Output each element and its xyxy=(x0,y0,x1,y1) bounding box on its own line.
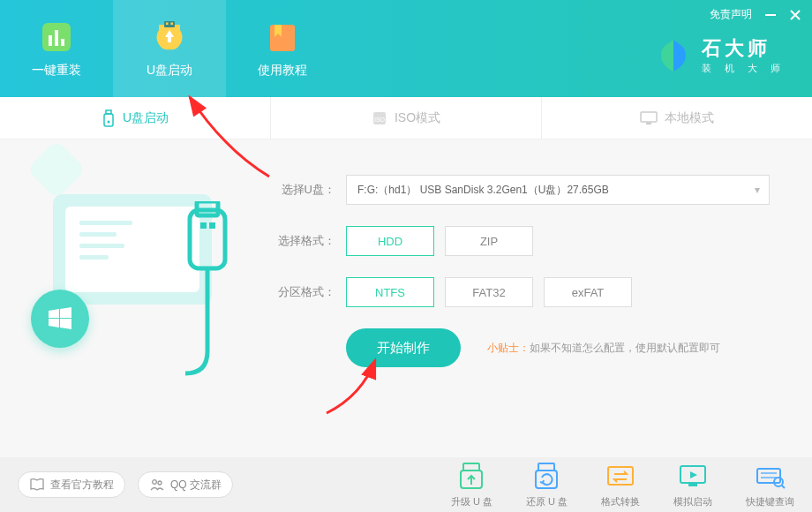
svg-rect-4 xyxy=(164,21,175,27)
tool-bar: 升级 U 盘 还原 U 盘 格式转换 模拟启动 快捷键查询 xyxy=(451,462,794,508)
svg-point-23 xyxy=(158,481,162,485)
tab-usb-boot[interactable]: U盘启动 xyxy=(0,97,271,139)
svg-rect-30 xyxy=(688,484,697,486)
tool-hotkey-search[interactable]: 快捷键查询 xyxy=(746,462,794,508)
tool-format-convert[interactable]: 格式转换 xyxy=(601,462,640,508)
tool-label: 还原 U 盘 xyxy=(526,495,568,508)
svg-rect-1 xyxy=(49,35,52,46)
minimize-button[interactable] xyxy=(764,9,777,21)
link-label: QQ 交流群 xyxy=(170,478,222,493)
svg-rect-6 xyxy=(171,23,174,26)
usb-icon xyxy=(102,109,116,127)
window-controls: 免责声明 xyxy=(710,7,801,22)
svg-rect-26 xyxy=(538,463,554,471)
start-button[interactable]: 开始制作 xyxy=(346,328,461,367)
mode-option-zip[interactable]: ZIP xyxy=(445,226,533,256)
usb-select-label: 选择U盘： xyxy=(274,182,335,198)
nav-reinstall[interactable]: 一键重装 xyxy=(0,0,113,97)
book-open-icon xyxy=(29,477,45,493)
tab-label: 本地模式 xyxy=(665,110,714,126)
tip-label: 小贴士： xyxy=(487,342,530,354)
tool-label: 格式转换 xyxy=(601,495,640,508)
footer: 查看官方教程 QQ 交流群 升级 U 盘 还原 U 盘 格式转换 模拟启动 快捷… xyxy=(0,457,812,512)
svg-rect-7 xyxy=(270,25,295,51)
tip-text: 小贴士：如果不知道怎么配置，使用默认配置即可 xyxy=(487,341,720,356)
config-form: 选择U盘： F:G:（hd1） USB SanDisk 3.2Gen1（U盘）2… xyxy=(265,139,812,457)
svg-point-22 xyxy=(153,480,157,485)
svg-rect-10 xyxy=(765,14,776,16)
svg-rect-11 xyxy=(104,114,113,126)
tab-label: ISO模式 xyxy=(395,110,440,126)
usb-plug-icon xyxy=(177,201,238,434)
tip-body: 如果不知道怎么配置，使用默认配置即可 xyxy=(530,342,720,354)
fs-option-ntfs[interactable]: NTFS xyxy=(346,277,434,307)
hotkey-search-icon xyxy=(756,462,786,492)
tool-label: 升级 U 盘 xyxy=(451,495,492,508)
svg-rect-32 xyxy=(757,469,780,483)
usb-shield-icon xyxy=(151,19,188,56)
simulate-boot-icon xyxy=(678,462,708,492)
link-label: 查看官方教程 xyxy=(50,478,114,493)
iso-icon: ISO xyxy=(372,110,387,126)
tool-upgrade-usb[interactable]: 升级 U 盘 xyxy=(451,462,492,508)
chevron-down-icon: ▾ xyxy=(755,184,760,196)
fs-option-fat32[interactable]: FAT32 xyxy=(445,277,533,307)
disclaimer-link[interactable]: 免责声明 xyxy=(710,7,752,22)
brand-title: 石大师 xyxy=(702,35,786,62)
svg-line-36 xyxy=(782,486,785,488)
usb-up-icon xyxy=(456,462,486,492)
nav-usb-boot[interactable]: U盘启动 xyxy=(113,0,226,97)
bar-chart-icon xyxy=(38,19,75,56)
mode-label: 选择格式： xyxy=(274,233,335,249)
svg-rect-16 xyxy=(641,112,657,122)
svg-rect-2 xyxy=(55,30,58,46)
tool-simulate-boot[interactable]: 模拟启动 xyxy=(673,462,712,508)
book-icon xyxy=(264,19,301,56)
svg-rect-24 xyxy=(463,463,479,471)
fs-option-exfat[interactable]: exFAT xyxy=(544,277,632,307)
usb-select[interactable]: F:G:（hd1） USB SanDisk 3.2Gen1（U盘）27.65GB… xyxy=(346,175,770,205)
qq-group-link[interactable]: QQ 交流群 xyxy=(138,471,233,498)
svg-point-13 xyxy=(107,120,109,123)
svg-rect-28 xyxy=(608,467,633,485)
mode-tabs: U盘启动 ISO ISO模式 本地模式 xyxy=(0,97,812,139)
tool-label: 模拟启动 xyxy=(673,495,712,508)
svg-rect-21 xyxy=(209,222,215,229)
nav-tutorial[interactable]: 使用教程 xyxy=(226,0,339,97)
windows-badge-icon xyxy=(31,290,89,348)
tool-restore-usb[interactable]: 还原 U 盘 xyxy=(526,462,568,508)
nav-label: 使用教程 xyxy=(258,63,307,79)
close-button[interactable] xyxy=(789,9,801,21)
brand-subtitle: 装 机 大 师 xyxy=(702,62,786,75)
svg-rect-18 xyxy=(190,210,225,268)
usb-select-value: F:G:（hd1） USB SanDisk 3.2Gen1（U盘）27.65GB xyxy=(357,183,609,198)
fs-label: 分区格式： xyxy=(274,284,335,300)
tab-iso-mode[interactable]: ISO ISO模式 xyxy=(271,97,542,139)
nav-label: U盘启动 xyxy=(147,63,192,79)
main-content: 选择U盘： F:G:（hd1） USB SanDisk 3.2Gen1（U盘）2… xyxy=(0,139,812,457)
illustration xyxy=(0,139,265,457)
tool-label: 快捷键查询 xyxy=(746,495,794,508)
svg-text:ISO: ISO xyxy=(374,117,386,123)
format-convert-icon xyxy=(605,462,635,492)
brand: 石大师 装 机 大 师 xyxy=(654,35,786,75)
official-tutorial-link[interactable]: 查看官方教程 xyxy=(18,471,125,498)
people-icon xyxy=(149,477,165,493)
brand-logo-icon xyxy=(654,36,693,75)
svg-rect-3 xyxy=(61,39,64,46)
main-nav: 一键重装 U盘启动 使用教程 xyxy=(0,0,339,97)
usb-restore-icon xyxy=(531,462,561,492)
app-header: 一键重装 U盘启动 使用教程 免责声明 石大师 装 机 大 师 xyxy=(0,0,812,97)
svg-rect-17 xyxy=(646,123,651,124)
tab-label: U盘启动 xyxy=(123,110,169,126)
svg-rect-20 xyxy=(200,222,207,229)
mode-option-hdd[interactable]: HDD xyxy=(346,226,434,256)
svg-rect-12 xyxy=(106,110,111,114)
svg-marker-31 xyxy=(690,471,697,478)
svg-rect-5 xyxy=(166,23,169,26)
nav-label: 一键重装 xyxy=(32,63,81,79)
tab-local-mode[interactable]: 本地模式 xyxy=(542,97,812,139)
monitor-icon xyxy=(640,111,658,125)
